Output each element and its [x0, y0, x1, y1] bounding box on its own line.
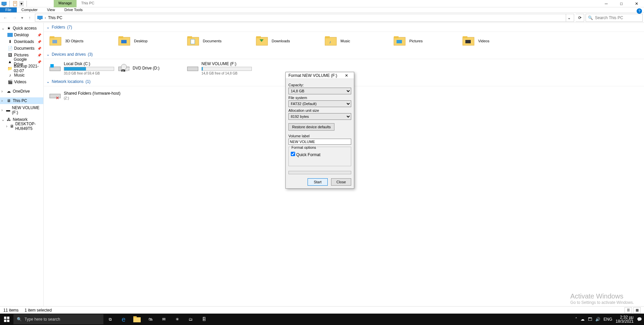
taskbar-app-edge[interactable]: e: [117, 314, 130, 325]
quick-access-toolbar: ▾: [0, 1, 28, 7]
volumelabel-input[interactable]: [288, 139, 351, 145]
view-tiles-button[interactable]: ▦: [633, 307, 641, 313]
address-bar-row: ← → ▾ ↑ › This PC ⌄ ⟳ 🔍: [0, 13, 644, 23]
allocation-select[interactable]: 8192 bytes: [288, 113, 351, 120]
svg-rect-38: [4, 317, 6, 319]
drive-newvolume-f[interactable]: NEW VOLUME (F:)14,8 GB free of 14,8 GB: [185, 60, 254, 76]
taskbar-app-unknown3[interactable]: 🗄: [197, 314, 211, 325]
network-sharedfolders-z[interactable]: ✕ Shared Folders (\\vmware-host)(Z:): [47, 88, 134, 103]
computer-icon: 🖥: [10, 124, 14, 129]
quickformat-checkbox[interactable]: Quick Format: [291, 152, 320, 157]
svg-rect-35: [187, 67, 198, 71]
svg-rect-15: [187, 36, 192, 38]
dialog-close-footer-button[interactable]: Close: [331, 178, 351, 186]
help-icon[interactable]: ?: [637, 8, 642, 14]
close-button[interactable]: ✕: [629, 0, 644, 7]
taskbar-app-store[interactable]: 🛍: [144, 314, 157, 325]
filesystem-select[interactable]: FAT32 (Default): [288, 100, 351, 107]
ribbon-tab-view[interactable]: View: [42, 7, 60, 12]
start-button[interactable]: Start: [308, 178, 328, 186]
nav-item-backup[interactable]: 📁Backup 2021-02-07: [0, 65, 43, 72]
downloads-icon: ⬇: [7, 39, 13, 44]
svg-rect-4: [14, 3, 16, 4]
maximize-button[interactable]: □: [614, 0, 629, 7]
svg-rect-3: [14, 2, 16, 3]
nav-item-desktop[interactable]: Desktop📌: [0, 32, 43, 38]
restore-defaults-button[interactable]: Restore device defaults: [288, 123, 334, 131]
tray-actioncenter-icon[interactable]: 💬: [637, 317, 642, 322]
pin-icon: 📌: [37, 33, 41, 37]
folder-3dobjects[interactable]: 3D Objects: [47, 33, 116, 49]
ribbon-file-tab[interactable]: File: [0, 7, 17, 12]
back-button[interactable]: ←: [1, 14, 9, 22]
group-header-folders[interactable]: ⌄Folders (7): [44, 23, 644, 32]
svg-rect-28: [465, 40, 471, 43]
nav-item-desktoppc[interactable]: ›🖥DESKTOP-HU849T5: [0, 123, 43, 130]
task-view-button[interactable]: ⧉: [103, 314, 117, 325]
music-icon: ♪: [7, 73, 13, 78]
qat-dropdown-icon[interactable]: ▾: [19, 1, 24, 6]
title-bar: ▾ Manage This PC ─ □ ✕: [0, 0, 644, 7]
ribbon-tab-computer[interactable]: Computer: [17, 7, 42, 12]
nav-item-documents[interactable]: 📄Documents📌: [0, 45, 43, 52]
folder-pictures[interactable]: Pictures: [391, 33, 460, 49]
taskbar-app-unknown1[interactable]: ✳: [171, 314, 184, 325]
nav-newvolume[interactable]: ›▬NEW VOLUME (F:): [0, 107, 43, 113]
taskbar-app-explorer[interactable]: [130, 314, 144, 325]
nav-item-downloads[interactable]: ⬇Downloads📌: [0, 38, 43, 45]
recent-dropdown[interactable]: ▾: [20, 14, 24, 22]
svg-rect-18: [256, 36, 261, 38]
drive-localdisk-c[interactable]: Local Disk (C:)33,0 GB free of 59,4 GB: [47, 60, 116, 76]
folder-documents[interactable]: Documents: [185, 33, 254, 49]
capacity-select[interactable]: 14,8 GB: [288, 88, 351, 94]
refresh-button[interactable]: ⟳: [576, 14, 584, 22]
volumelabel-label: Volume label: [288, 134, 351, 138]
folder-videos[interactable]: Videos: [460, 33, 529, 49]
svg-text:DVD: DVD: [122, 67, 130, 72]
breadcrumb-chevron[interactable]: ›: [45, 15, 46, 20]
ribbon-tabs: File Computer View Drive Tools ?: [0, 7, 644, 13]
nav-thispc[interactable]: ›🖥This PC: [0, 97, 43, 104]
pictures-icon: 🖼: [7, 52, 13, 58]
dialog-close-button[interactable]: ✕: [342, 72, 351, 79]
group-header-drives[interactable]: ⌄Devices and drives (3): [44, 50, 644, 59]
search-input[interactable]: [595, 15, 640, 20]
tray-volume-icon[interactable]: 🔊: [595, 317, 600, 322]
tab-manage[interactable]: Manage: [54, 0, 77, 7]
nav-quick-access[interactable]: ⌄★Quick access: [0, 25, 43, 32]
folder-icon: [49, 35, 62, 47]
tray-clock[interactable]: 2:32 μμ 18/3/2021: [616, 315, 634, 323]
svg-rect-40: [4, 320, 6, 322]
properties-icon[interactable]: [12, 1, 18, 6]
taskbar-app-unknown2[interactable]: 🗂: [184, 314, 197, 325]
tray-language[interactable]: ENG: [604, 317, 612, 322]
view-details-button[interactable]: ☰: [625, 307, 632, 313]
taskbar-app-mail[interactable]: ✉: [157, 314, 171, 325]
search-icon: 🔍: [17, 317, 22, 322]
drive-dvd-d[interactable]: DVD DVD Drive (D:): [116, 60, 185, 76]
nav-onedrive[interactable]: ›☁OneDrive: [0, 88, 43, 95]
dialog-titlebar[interactable]: Format NEW VOLUME (F:) ✕: [286, 72, 354, 79]
nav-item-videos[interactable]: 🎬Videos: [0, 79, 43, 85]
breadcrumb-thispc[interactable]: This PC: [48, 15, 62, 20]
folder-icon: [462, 35, 475, 47]
address-dropdown[interactable]: ⌄: [566, 14, 572, 21]
taskbar-search[interactable]: 🔍Type here to search: [13, 314, 103, 324]
up-button[interactable]: ↑: [26, 14, 34, 22]
documents-icon: 📄: [7, 46, 13, 51]
tray-network-icon[interactable]: 🗔: [588, 317, 592, 322]
address-box[interactable]: › This PC ⌄: [35, 14, 574, 22]
ribbon-tab-drivetools[interactable]: Drive Tools: [60, 7, 87, 12]
tray-chevron[interactable]: ˄: [575, 317, 577, 322]
minimize-button[interactable]: ─: [599, 0, 614, 7]
capacity-label: Capacity:: [288, 83, 351, 87]
folder-music[interactable]: ♪Music: [322, 33, 391, 49]
forward-button[interactable]: →: [11, 14, 19, 22]
folder-desktop[interactable]: Desktop: [116, 33, 185, 49]
start-button[interactable]: [0, 314, 13, 325]
search-box[interactable]: 🔍: [586, 14, 643, 22]
svg-rect-16: [191, 39, 195, 44]
tray-onedrive-icon[interactable]: ☁: [581, 317, 585, 322]
status-itemcount: 11 items: [3, 308, 18, 313]
folder-downloads[interactable]: Downloads: [254, 33, 322, 49]
